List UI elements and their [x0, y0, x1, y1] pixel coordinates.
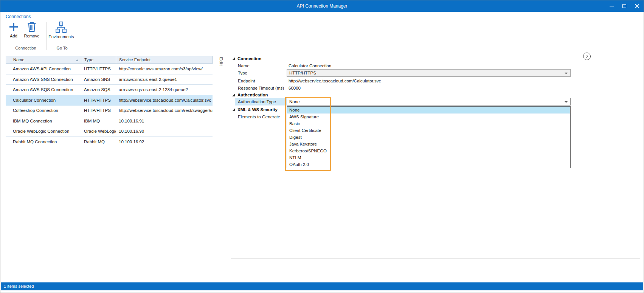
cell-endpoint: arn:aws:sns:us-east-2:queue1 — [116, 74, 213, 85]
type-dropdown-value: HTTP/HTTPS — [289, 70, 316, 76]
authentication-type-value: None — [289, 98, 300, 105]
ribbon-separator — [46, 22, 47, 50]
dropdown-option-selected[interactable]: None — [287, 107, 570, 113]
chevron-down-icon — [565, 101, 568, 103]
app-window: API Connection Manager Connections Add R… — [0, 0, 644, 293]
authentication-type-dropdown[interactable]: None — [287, 98, 571, 105]
cell-name: Amazon AWS SQS Connection — [6, 85, 82, 95]
table-row[interactable]: Amazon AWS SNS Connection Amazon SNS arn… — [6, 74, 213, 85]
table-row[interactable]: Rabbit MQ Connection Rabbit MQ 10.100.16… — [6, 137, 213, 147]
dropdown-option[interactable]: Basic — [287, 120, 570, 127]
expanded-triangle-icon — [232, 94, 235, 96]
cell-endpoint: http://webservice.toscacloud.com/rest/sw… — [116, 105, 213, 116]
dropdown-option[interactable]: Java Keystore — [287, 141, 570, 147]
cell-type: Oracle WebLogic — [82, 126, 116, 136]
edit-tab[interactable]: Edit — [219, 57, 223, 66]
remove-button[interactable]: Remove — [22, 22, 41, 38]
cell-type: HTTP/HTTPS — [82, 64, 116, 74]
cell-endpoint: http://webservice.toscacloud.com/Calcula… — [116, 95, 213, 105]
environments-hierarchy-icon — [55, 22, 68, 33]
property-row-auth-type: Authentication Type None — [231, 98, 571, 105]
column-header-endpoint[interactable]: Service Endpoint — [116, 56, 212, 64]
close-button[interactable] — [631, 0, 644, 12]
cell-type: HTTP/HTTPS — [82, 105, 116, 116]
property-row-endpoint: Endpoint http://webservice.toscacloud.co… — [231, 77, 571, 85]
auth-type-field-label: Authentication Type — [238, 98, 276, 105]
dropdown-option[interactable]: Client Certificate — [287, 127, 570, 134]
dropdown-option[interactable]: NTLM — [287, 154, 570, 161]
connections-table: Name Type Service Endpoint Amazon AWS AP… — [6, 56, 213, 147]
column-header-endpoint-label: Service Endpoint — [119, 57, 151, 62]
cell-type: Amazon SQS — [82, 85, 116, 95]
dropdown-option[interactable]: Digest — [287, 134, 570, 141]
timeout-field-value[interactable]: 60000 — [289, 84, 301, 92]
cell-endpoint: 10.100.16.92 — [116, 137, 213, 147]
add-button-label: Add — [10, 34, 17, 38]
expanded-triangle-icon — [232, 57, 235, 60]
group-authentication-label: Authentication — [237, 93, 268, 97]
maximize-icon — [622, 4, 626, 8]
column-header-type[interactable]: Type — [82, 56, 116, 64]
minimize-icon — [610, 6, 614, 6]
property-row-type: Type HTTP/HTTPS — [231, 69, 571, 77]
collapse-panel-button[interactable] — [583, 53, 591, 60]
cell-name: Amazon AWS API Connection — [6, 64, 82, 74]
window-title: API Connection Manager — [0, 3, 644, 9]
plus-icon — [8, 22, 19, 32]
cell-endpoint: http://console.aws.amazon.com/s3/ap/view… — [116, 64, 213, 74]
timeout-field-label: Response Timeout (ms) — [238, 84, 284, 92]
table-row[interactable]: IBM MQ Connection IBM MQ 10.100.16.91 — [6, 116, 213, 127]
cell-name: Oracle WebLogic Connection — [6, 126, 82, 136]
cell-name: Rabbit MQ Connection — [6, 137, 82, 147]
environments-button[interactable]: Environments — [48, 22, 74, 39]
dropdown-option[interactable]: Kerberos/SPNEGO — [287, 147, 570, 154]
column-header-name-label: Name — [13, 57, 24, 62]
cell-type: HTTP/HTTPS — [82, 95, 116, 105]
status-bar: 1 items selected — [1, 282, 643, 290]
window-controls — [605, 0, 644, 12]
title-bar: API Connection Manager — [0, 0, 644, 12]
cell-endpoint: 10.100.16.91 — [116, 116, 213, 126]
cell-type: Rabbit MQ — [82, 137, 116, 147]
elements-field-label: Elements to Generate — [238, 113, 280, 121]
edit-panel-bottom-border — [231, 258, 640, 259]
maximize-button[interactable] — [618, 0, 631, 12]
table-row[interactable]: Amazon AWS API Connection HTTP/HTTPS htt… — [6, 64, 213, 74]
column-header-name[interactable]: Name — [6, 56, 82, 64]
cell-endpoint: arn:aws:sqs:us-east-2:1234:queue2 — [116, 85, 213, 95]
table-row-selected[interactable]: Calculator Connection HTTP/HTTPS http://… — [6, 95, 213, 106]
cell-type: Amazon SNS — [82, 74, 116, 85]
remove-button-label: Remove — [24, 34, 40, 38]
minimize-button[interactable] — [605, 0, 618, 12]
sort-ascending-icon — [76, 59, 79, 61]
table-row[interactable]: Amazon AWS SQS Connection Amazon SQS arn… — [6, 85, 213, 95]
name-field-value[interactable]: Calculator Connection — [289, 62, 331, 70]
column-header-type-label: Type — [84, 57, 93, 62]
group-header-connection[interactable]: Connection — [232, 56, 261, 62]
close-icon — [635, 4, 639, 8]
chevron-right-icon — [585, 55, 588, 58]
authentication-type-dropdown-list: None AWS Signature Basic Client Certific… — [287, 106, 571, 168]
ribbon-tab-bar: Connections — [0, 12, 644, 21]
group-header-authentication[interactable]: Authentication — [232, 92, 268, 98]
cell-name: IBM MQ Connection — [6, 116, 82, 126]
ribbon-group-goto: Go To — [48, 46, 76, 50]
group-xml-ws-label: XML & WS Security — [237, 107, 278, 112]
panel-splitter[interactable] — [217, 53, 217, 283]
table-header: Name Type Service Endpoint — [6, 56, 213, 64]
cell-name: Amazon AWS SNS Connection — [6, 74, 82, 85]
cell-endpoint: 10.100.16.90 — [116, 126, 213, 136]
tab-connections[interactable]: Connections — [6, 14, 31, 19]
property-row-name: Name Calculator Connection — [231, 62, 571, 70]
environments-button-label: Environments — [48, 34, 74, 39]
add-button[interactable]: Add — [6, 22, 22, 38]
dropdown-option[interactable]: OAuth 2.0 — [287, 161, 570, 168]
table-row[interactable]: Coffeeshop Connection HTTP/HTTPS http://… — [6, 105, 213, 116]
group-header-xml-ws-security[interactable]: XML & WS Security — [232, 107, 278, 113]
chevron-down-icon — [565, 73, 568, 74]
dropdown-option[interactable]: AWS Signature — [287, 113, 570, 120]
type-dropdown[interactable]: HTTP/HTTPS — [287, 69, 571, 77]
ribbon-separator — [77, 22, 77, 50]
table-row[interactable]: Oracle WebLogic Connection Oracle WebLog… — [6, 126, 213, 137]
endpoint-field-value[interactable]: http://webservice.toscacloud.com/Calcula… — [289, 77, 381, 85]
